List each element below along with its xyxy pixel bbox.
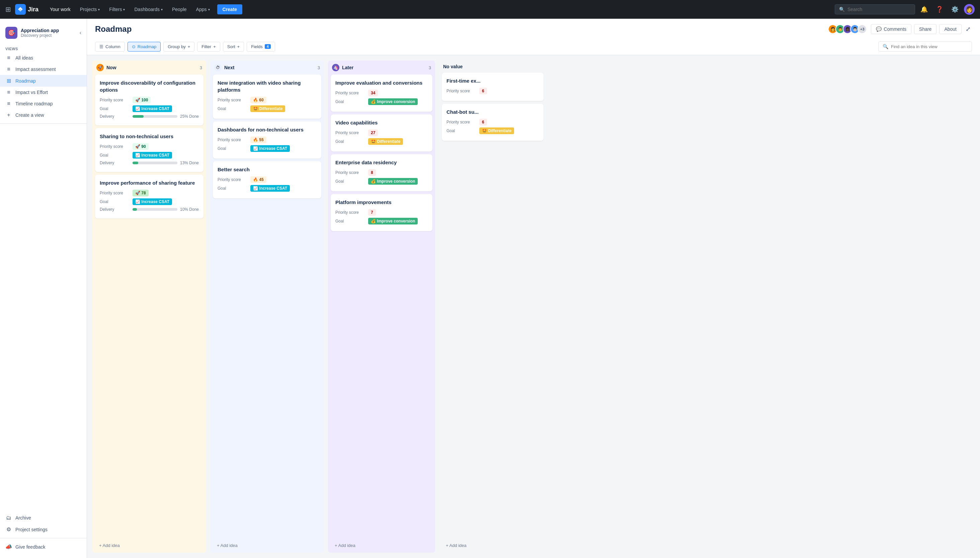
sidebar-item-timeline-roadmap[interactable]: ≡ Timeline roadmap — [0, 98, 87, 109]
comments-button[interactable]: 💬 Comments — [871, 24, 911, 34]
nav-people[interactable]: People — [169, 5, 190, 14]
add-idea-btn-later[interactable]: + Add idea — [331, 540, 432, 551]
nav-filters[interactable]: Filters ▾ — [106, 5, 128, 14]
filter-button[interactable]: Filter + — [197, 42, 220, 51]
goal-badge: 🤩 Differentiate — [479, 128, 514, 134]
goal-badge: 💰 Improve conversion — [368, 218, 418, 225]
priority-label: Priority score — [447, 89, 477, 94]
add-idea-btn-now[interactable]: + Add idea — [95, 540, 204, 551]
project-icon: 🎯 — [5, 27, 17, 39]
jira-logo-icon — [15, 4, 26, 15]
page-header-actions: 👩 👨 👩🏿 👨🏻 +3 💬 Comments Share A — [828, 24, 972, 34]
user-avatar[interactable]: 👩 — [964, 4, 975, 15]
card-delivery-field: Delivery 25% Done — [100, 114, 199, 119]
sidebar-bottom: 🗂 Archive ⚙ Project settings 📣 Give feed… — [0, 512, 87, 553]
column-header-now: 🚀Now3 — [92, 61, 206, 75]
sidebar-item-roadmap[interactable]: ⊞ Roadmap — [0, 75, 87, 87]
page-header: Roadmap 👩 👨 👩🏿 👨🏻 +3 💬 Comments S — [87, 19, 980, 55]
sidebar-item-impact-vs-effort[interactable]: ≡ Impact vs Effort — [0, 87, 87, 98]
views-label: VIEWS — [0, 44, 87, 52]
toolbar-search-input[interactable] — [891, 44, 968, 49]
card-priority-field: Priority score 🔥 45 — [217, 176, 317, 183]
main-content: Roadmap 👩 👨 👩🏿 👨🏻 +3 💬 Comments S — [87, 19, 980, 558]
toolbar-search[interactable]: 🔍 — [878, 41, 972, 51]
sort-plus-icon: + — [237, 44, 240, 49]
logo-text: Jira — [28, 6, 38, 13]
help-icon[interactable]: ❓ — [933, 4, 946, 15]
priority-label: Priority score — [100, 144, 130, 149]
priority-score-badge: 🔥 45 — [250, 176, 266, 183]
sidebar-item-create-view[interactable]: + Create a view — [0, 109, 87, 121]
sidebar-item-impact-assessment[interactable]: ≡ Impact assessment — [0, 64, 87, 75]
grid-icon[interactable]: ⊞ — [5, 5, 11, 13]
card-priority-field: Priority score 6 — [447, 88, 539, 94]
nav-projects[interactable]: Projects ▾ — [77, 5, 104, 14]
logo[interactable]: Jira — [15, 4, 38, 15]
expand-button[interactable]: ⤢ — [964, 24, 972, 34]
goal-badge: 📈 Increase CSAT — [133, 152, 172, 159]
card[interactable]: Dashboards for non-technical users Prior… — [213, 121, 321, 159]
card-goal-field: Goal 📈 Increase CSAT — [100, 199, 199, 205]
card[interactable]: Improve performance of sharing feature P… — [95, 175, 204, 218]
goal-badge: 📈 Increase CSAT — [133, 199, 172, 205]
card-goal-field: Goal 📈 Increase CSAT — [217, 145, 317, 152]
sidebar-collapse-btn[interactable]: ‹ — [80, 30, 81, 36]
group-by-button[interactable]: Group by + — [163, 42, 194, 51]
delivery-label: Delivery — [100, 207, 130, 212]
create-button[interactable]: Create — [217, 4, 243, 15]
sidebar-item-project-settings[interactable]: ⚙ Project settings — [0, 524, 87, 535]
column-header-later: 🦄Later3 — [328, 61, 435, 75]
notifications-icon[interactable]: 🔔 — [918, 4, 931, 15]
card[interactable]: Enterprise data residency Priority score… — [331, 154, 432, 191]
card-priority-field: Priority score 🚀 78 — [100, 190, 199, 196]
card-goal-field: Goal 📈 Increase CSAT — [217, 185, 317, 192]
add-idea-btn-next[interactable]: + Add idea — [213, 540, 321, 551]
search-input[interactable] — [847, 7, 901, 12]
avatar-stack: 👩 👨 👩🏿 👨🏻 +3 — [828, 25, 867, 34]
card[interactable]: Chat-bot su... Priority score 6 Goal 🤩 D… — [442, 104, 544, 141]
settings-icon[interactable]: ⚙️ — [949, 4, 961, 15]
fields-button[interactable]: Fields 4 — [247, 42, 275, 51]
card[interactable]: Platform improvements Priority score 7 G… — [331, 194, 432, 231]
column-header-next: ⏱Next3 — [210, 61, 324, 75]
card-priority-field: Priority score 🔥 60 — [217, 97, 317, 103]
card[interactable]: New integration with video sharing platf… — [213, 75, 321, 119]
card[interactable]: Improve evaluation and conversions Prior… — [331, 75, 432, 112]
add-idea-btn-no-value[interactable]: + Add idea — [442, 540, 544, 551]
group-by-plus-icon: + — [188, 44, 191, 49]
sidebar-item-archive[interactable]: 🗂 Archive — [0, 512, 87, 524]
nav-your-work[interactable]: Your work — [46, 5, 74, 14]
share-button[interactable]: Share — [914, 24, 937, 34]
about-button[interactable]: About — [939, 24, 962, 34]
card-title: Improve discoverability of configuration… — [100, 79, 199, 94]
card-title: Enterprise data residency — [335, 159, 428, 166]
priority-label: Priority score — [100, 98, 130, 102]
search-bar[interactable]: 🔍 — [835, 4, 915, 15]
roadmap-btn-icon: ⊙ — [132, 44, 136, 49]
column-cards-next: New integration with video sharing platf… — [210, 75, 324, 538]
card[interactable]: Improve discoverability of configuration… — [95, 75, 204, 125]
card[interactable]: First-time ex... Priority score 6 — [442, 72, 544, 101]
nav-dashboards[interactable]: Dashboards ▾ — [131, 5, 166, 14]
priority-score-badge: 🔥 60 — [250, 97, 266, 103]
nav-apps[interactable]: Apps ▾ — [193, 5, 213, 14]
column-count-later: 3 — [429, 65, 431, 70]
all-ideas-icon: ≡ — [5, 55, 12, 61]
card[interactable]: Video capabilities Priority score 27 Goa… — [331, 115, 432, 151]
goal-label: Goal — [100, 153, 130, 158]
sort-button[interactable]: Sort + — [223, 42, 244, 51]
card-goal-field: Goal 🤩 Differentiate — [447, 128, 539, 134]
sidebar-item-give-feedback[interactable]: 📣 Give feedback — [0, 541, 87, 553]
goal-badge: 📈 Increase CSAT — [133, 105, 172, 112]
card-title: Improve evaluation and conversions — [335, 79, 428, 86]
card[interactable]: Better search Priority score 🔥 45 Goal 📈… — [213, 161, 321, 199]
column-button[interactable]: ☰ Column — [95, 42, 125, 51]
priority-score-badge: 34 — [368, 90, 378, 96]
sidebar-item-all-ideas[interactable]: ≡ All ideas — [0, 52, 87, 64]
column-later: 🦄Later3Improve evaluation and conversion… — [328, 61, 435, 553]
roadmap-button[interactable]: ⊙ Roadmap — [128, 42, 161, 51]
card[interactable]: Sharing to non-technical users Priority … — [95, 128, 204, 172]
card-priority-field: Priority score 7 — [335, 209, 428, 216]
priority-score-badge: 27 — [368, 130, 378, 136]
progress-bar-container: 10% Done — [133, 207, 199, 212]
